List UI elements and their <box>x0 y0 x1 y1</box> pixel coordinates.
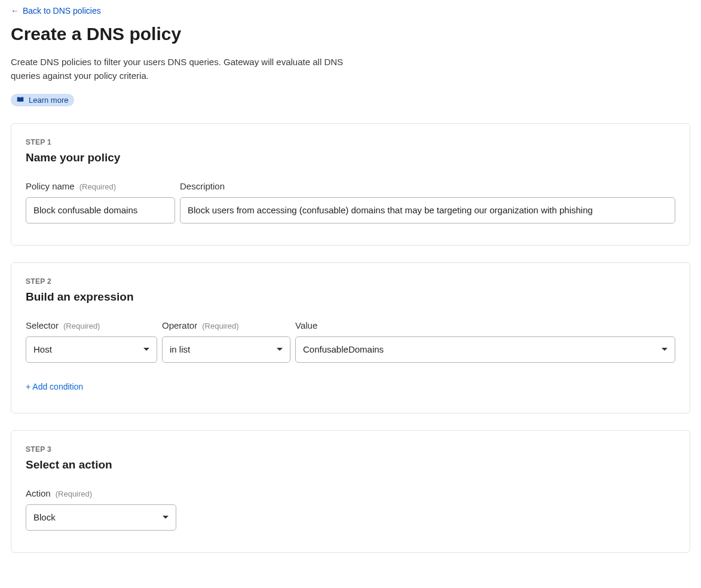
caret-down-icon <box>143 348 149 351</box>
learn-more-badge[interactable]: Learn more <box>11 94 74 106</box>
page-description: Create DNS policies to filter your users… <box>11 55 369 83</box>
step-3-card: STEP 3 Select an action Action (Required… <box>11 430 690 553</box>
operator-select[interactable]: in list <box>162 336 290 363</box>
description-label: Description <box>180 181 225 191</box>
step-3-label: STEP 3 <box>26 445 675 454</box>
selector-required: (Required) <box>63 321 100 330</box>
policy-name-label: Policy name <box>26 181 75 191</box>
back-to-dns-policies-link[interactable]: ← Back to DNS policies <box>11 6 101 16</box>
policy-name-required: (Required) <box>79 182 116 191</box>
description-input[interactable] <box>180 197 675 223</box>
caret-down-icon <box>662 348 668 351</box>
step-2-label: STEP 2 <box>26 277 675 286</box>
step-2-card: STEP 2 Build an expression Selector (Req… <box>11 262 690 414</box>
book-icon <box>17 96 24 103</box>
caret-down-icon <box>163 516 169 519</box>
add-condition-button[interactable]: + Add condition <box>26 382 83 391</box>
learn-more-text: Learn more <box>29 96 68 105</box>
action-value: Block <box>33 512 56 522</box>
value-select[interactable]: ConfusableDomains <box>295 336 675 363</box>
operator-value: in list <box>170 344 190 354</box>
action-required: (Required) <box>56 489 92 498</box>
selector-value: Host <box>33 344 52 354</box>
selector-label: Selector <box>26 320 59 330</box>
caret-down-icon <box>277 348 283 351</box>
step-1-card: STEP 1 Name your policy Policy name (Req… <box>11 123 690 246</box>
step-1-label: STEP 1 <box>26 138 675 146</box>
value-label: Value <box>295 320 317 330</box>
step-1-heading: Name your policy <box>26 151 675 164</box>
action-select[interactable]: Block <box>26 504 176 531</box>
value-value: ConfusableDomains <box>303 344 384 354</box>
selector-select[interactable]: Host <box>26 336 157 363</box>
policy-name-input[interactable] <box>26 197 175 223</box>
action-label: Action <box>26 488 51 498</box>
back-link-text: Back to DNS policies <box>23 6 101 16</box>
page-title: Create a DNS policy <box>11 24 690 44</box>
arrow-left-icon: ← <box>11 6 19 16</box>
step-3-heading: Select an action <box>26 458 675 471</box>
operator-label: Operator <box>162 320 197 330</box>
step-2-heading: Build an expression <box>26 290 675 304</box>
operator-required: (Required) <box>202 321 238 330</box>
